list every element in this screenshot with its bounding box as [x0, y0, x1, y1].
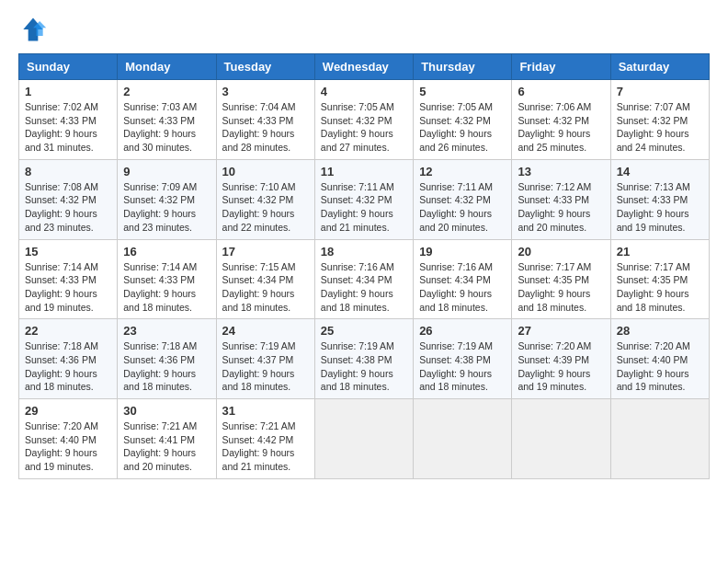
sunrise-label: Sunrise: 7:21 AM	[222, 420, 296, 431]
sunset-label: Sunset: 4:40 PM	[25, 434, 97, 445]
sunset-label: Sunset: 4:34 PM	[321, 274, 392, 285]
calendar-cell: 28 Sunrise: 7:20 AM Sunset: 4:40 PM Dayl…	[610, 319, 709, 399]
sunset-label: Sunset: 4:32 PM	[518, 115, 589, 126]
sunrise-label: Sunrise: 7:05 AM	[321, 101, 394, 112]
sunset-label: Sunset: 4:35 PM	[518, 274, 589, 285]
daylight-label: Daylight: 9 hours and 25 minutes.	[518, 128, 590, 153]
day-number: 9	[123, 165, 210, 178]
sunset-label: Sunset: 4:32 PM	[123, 194, 195, 205]
sunset-label: Sunset: 4:38 PM	[419, 354, 491, 365]
sunrise-label: Sunrise: 7:10 AM	[222, 181, 296, 192]
day-number: 3	[222, 85, 309, 98]
daylight-label: Daylight: 9 hours and 28 minutes.	[222, 128, 295, 153]
daylight-label: Daylight: 9 hours and 19 minutes.	[518, 368, 590, 393]
day-info: Sunrise: 7:16 AM Sunset: 4:34 PM Dayligh…	[321, 260, 407, 315]
sunset-label: Sunset: 4:32 PM	[419, 194, 491, 205]
daylight-label: Daylight: 9 hours and 18 minutes.	[222, 368, 295, 393]
sunrise-label: Sunrise: 7:18 AM	[25, 340, 98, 351]
sunset-label: Sunset: 4:33 PM	[518, 194, 589, 205]
day-number: 17	[222, 245, 309, 259]
calendar-cell: 17 Sunrise: 7:15 AM Sunset: 4:34 PM Dayl…	[216, 239, 314, 319]
day-info: Sunrise: 7:21 AM Sunset: 4:42 PM Dayligh…	[222, 419, 309, 474]
calendar-cell: 22 Sunrise: 7:18 AM Sunset: 4:36 PM Dayl…	[19, 319, 118, 399]
daylight-label: Daylight: 9 hours and 23 minutes.	[25, 208, 97, 233]
daylight-label: Daylight: 9 hours and 18 minutes.	[123, 288, 196, 313]
calendar-cell: 20 Sunrise: 7:17 AM Sunset: 4:35 PM Dayl…	[512, 239, 610, 319]
daylight-label: Daylight: 9 hours and 18 minutes.	[617, 288, 689, 313]
calendar-cell	[512, 399, 610, 479]
daylight-label: Daylight: 9 hours and 30 minutes.	[123, 128, 196, 153]
daylight-label: Daylight: 9 hours and 19 minutes.	[25, 447, 97, 472]
day-number: 18	[321, 245, 407, 259]
calendar-cell: 9 Sunrise: 7:09 AM Sunset: 4:32 PM Dayli…	[118, 159, 216, 239]
day-number: 4	[321, 85, 407, 98]
day-number: 28	[617, 324, 703, 338]
sunrise-label: Sunrise: 7:02 AM	[25, 101, 98, 112]
daylight-label: Daylight: 9 hours and 19 minutes.	[617, 208, 689, 233]
sunset-label: Sunset: 4:41 PM	[123, 434, 195, 445]
calendar-cell: 19 Sunrise: 7:16 AM Sunset: 4:34 PM Dayl…	[414, 239, 512, 319]
day-info: Sunrise: 7:18 AM Sunset: 4:36 PM Dayligh…	[123, 339, 210, 394]
day-number: 25	[321, 324, 407, 338]
logo-icon	[18, 15, 48, 44]
daylight-label: Daylight: 9 hours and 18 minutes.	[419, 368, 492, 393]
daylight-label: Daylight: 9 hours and 18 minutes.	[222, 288, 295, 313]
day-info: Sunrise: 7:20 AM Sunset: 4:40 PM Dayligh…	[25, 419, 111, 474]
sunrise-label: Sunrise: 7:19 AM	[321, 340, 394, 351]
calendar-cell: 10 Sunrise: 7:10 AM Sunset: 4:32 PM Dayl…	[216, 159, 314, 239]
sunrise-label: Sunrise: 7:14 AM	[25, 261, 98, 272]
calendar-header-monday: Monday	[118, 54, 216, 80]
daylight-label: Daylight: 9 hours and 19 minutes.	[617, 368, 689, 393]
daylight-label: Daylight: 9 hours and 18 minutes.	[518, 288, 590, 313]
day-number: 8	[25, 165, 111, 178]
daylight-label: Daylight: 9 hours and 22 minutes.	[222, 208, 295, 233]
calendar-cell: 30 Sunrise: 7:21 AM Sunset: 4:41 PM Dayl…	[118, 399, 216, 479]
calendar-week-5: 29 Sunrise: 7:20 AM Sunset: 4:40 PM Dayl…	[19, 399, 710, 479]
calendar-header-wednesday: Wednesday	[314, 54, 413, 80]
day-number: 15	[25, 245, 111, 259]
calendar-cell: 3 Sunrise: 7:04 AM Sunset: 4:33 PM Dayli…	[216, 80, 314, 160]
sunrise-label: Sunrise: 7:20 AM	[25, 420, 98, 431]
daylight-label: Daylight: 9 hours and 18 minutes.	[25, 368, 97, 393]
sunrise-label: Sunrise: 7:11 AM	[321, 181, 394, 192]
daylight-label: Daylight: 9 hours and 21 minutes.	[321, 208, 393, 233]
calendar-table: SundayMondayTuesdayWednesdayThursdayFrid…	[18, 53, 710, 479]
calendar-cell: 16 Sunrise: 7:14 AM Sunset: 4:33 PM Dayl…	[118, 239, 216, 319]
daylight-label: Daylight: 9 hours and 19 minutes.	[25, 288, 97, 313]
sunset-label: Sunset: 4:36 PM	[123, 354, 195, 365]
calendar-cell	[610, 399, 709, 479]
day-info: Sunrise: 7:05 AM Sunset: 4:32 PM Dayligh…	[321, 100, 407, 155]
sunset-label: Sunset: 4:33 PM	[222, 115, 294, 126]
day-number: 20	[518, 245, 604, 259]
calendar-cell: 4 Sunrise: 7:05 AM Sunset: 4:32 PM Dayli…	[314, 80, 413, 160]
day-info: Sunrise: 7:20 AM Sunset: 4:40 PM Dayligh…	[617, 339, 703, 394]
daylight-label: Daylight: 9 hours and 20 minutes.	[419, 208, 492, 233]
calendar-cell: 11 Sunrise: 7:11 AM Sunset: 4:32 PM Dayl…	[314, 159, 413, 239]
day-number: 27	[518, 324, 604, 338]
daylight-label: Daylight: 9 hours and 18 minutes.	[123, 368, 196, 393]
day-info: Sunrise: 7:17 AM Sunset: 4:35 PM Dayligh…	[617, 260, 703, 315]
sunset-label: Sunset: 4:38 PM	[321, 354, 392, 365]
calendar-cell: 31 Sunrise: 7:21 AM Sunset: 4:42 PM Dayl…	[216, 399, 314, 479]
sunrise-label: Sunrise: 7:13 AM	[617, 181, 690, 192]
sunrise-label: Sunrise: 7:21 AM	[123, 420, 197, 431]
day-info: Sunrise: 7:19 AM Sunset: 4:37 PM Dayligh…	[222, 339, 309, 394]
day-info: Sunrise: 7:17 AM Sunset: 4:35 PM Dayligh…	[518, 260, 604, 315]
day-number: 22	[25, 324, 111, 338]
day-number: 21	[617, 245, 703, 259]
calendar-cell: 6 Sunrise: 7:06 AM Sunset: 4:32 PM Dayli…	[512, 80, 610, 160]
sunrise-label: Sunrise: 7:11 AM	[419, 181, 493, 192]
calendar-header-sunday: Sunday	[19, 54, 118, 80]
calendar-cell: 5 Sunrise: 7:05 AM Sunset: 4:32 PM Dayli…	[414, 80, 512, 160]
sunrise-label: Sunrise: 7:17 AM	[617, 261, 690, 272]
day-info: Sunrise: 7:03 AM Sunset: 4:33 PM Dayligh…	[123, 100, 210, 155]
day-number: 2	[123, 85, 210, 98]
sunrise-label: Sunrise: 7:09 AM	[123, 181, 197, 192]
sunset-label: Sunset: 4:33 PM	[25, 115, 97, 126]
sunrise-label: Sunrise: 7:20 AM	[518, 340, 591, 351]
sunrise-label: Sunrise: 7:17 AM	[518, 261, 591, 272]
daylight-label: Daylight: 9 hours and 18 minutes.	[321, 368, 393, 393]
sunset-label: Sunset: 4:33 PM	[25, 274, 97, 285]
calendar-cell: 8 Sunrise: 7:08 AM Sunset: 4:32 PM Dayli…	[19, 159, 118, 239]
sunset-label: Sunset: 4:32 PM	[25, 194, 97, 205]
